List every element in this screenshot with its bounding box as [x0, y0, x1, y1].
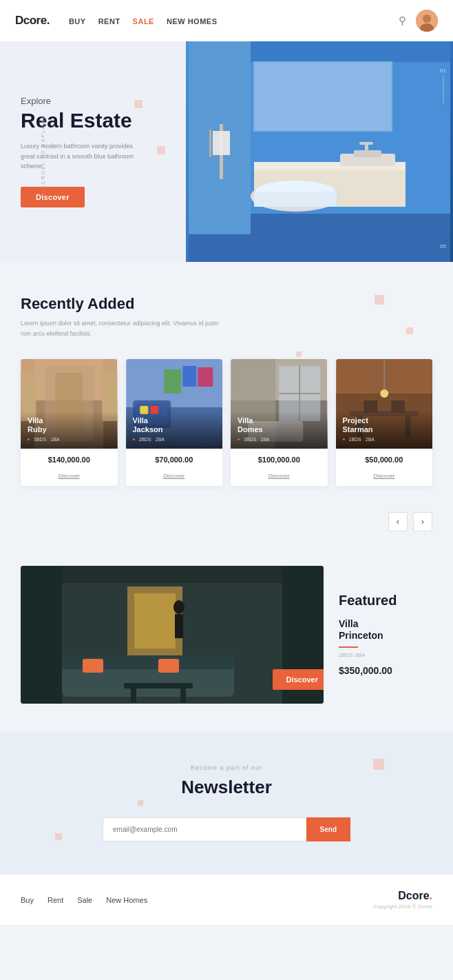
avatar[interactable] — [416, 10, 438, 32]
hero-image: 01 05 — [186, 41, 453, 262]
next-page-button[interactable]: › — [413, 512, 432, 531]
navbar: Dcore. Buy Rent Sale New Homes ⚲ — [0, 0, 453, 41]
decor-nl-3 — [138, 800, 143, 806]
newsletter-send-button[interactable]: Send — [306, 817, 350, 841]
nav-link-rent[interactable]: Rent — [98, 17, 120, 25]
featured-discover-button[interactable]: Discover — [273, 669, 324, 690]
svg-point-1 — [423, 14, 431, 23]
property-cards-row: VillaRuby 3BDS 1BA $140,000.00 Discover — [21, 359, 432, 486]
nav-item-buy[interactable]: Buy — [69, 14, 86, 27]
card-body-domes: $100,000.00 Discover — [231, 449, 328, 486]
card-baths-starman: 2BA — [366, 437, 375, 442]
footer-link-buy[interactable]: Buy — [21, 893, 34, 906]
card-baths-domes: 1BA — [260, 437, 269, 442]
footer-rent-link[interactable]: Rent — [48, 896, 63, 904]
hero-description: Luxury modern bathroom vanity provides g… — [21, 141, 145, 171]
property-card-starman: ProjectStarman 1BDS 2BA $50,000.00 Disco… — [336, 359, 433, 486]
footer-copyright: Copyright 2018 © Dcore — [373, 904, 432, 910]
footer-brand: Dcore. Copyright 2018 © Dcore — [373, 890, 432, 910]
featured-section: Discover Featured VillaPrinceton 2BDS 2B… — [0, 538, 453, 731]
footer-links: Buy Rent Sale New Homes — [21, 893, 147, 906]
svg-text:01: 01 — [440, 68, 446, 74]
card-image-ruby: VillaRuby 3BDS 1BA — [21, 359, 118, 449]
nav-logo[interactable]: Dcore. — [15, 14, 50, 28]
card-image-domes: VillaDomes 3BDS 1BA — [231, 359, 328, 449]
card-overlay-jackson: VillaJackson 2BDS 2BA — [126, 411, 223, 448]
svg-rect-67 — [83, 659, 103, 673]
hero-image-area: 01 05 — [186, 41, 453, 262]
footer-sale-link[interactable]: Sale — [77, 896, 92, 904]
card-meta-dot-j — [133, 438, 135, 440]
card-image-jackson: VillaJackson 2BDS 2BA — [126, 359, 223, 449]
footer-new-homes-link[interactable]: New Homes — [106, 896, 147, 904]
svg-rect-39 — [198, 367, 213, 387]
newsletter-section: Become a part of our Newsletter Send — [0, 731, 453, 875]
featured-price: $350,000.00 — [339, 665, 397, 676]
footer-link-rent[interactable]: Rent — [48, 893, 63, 906]
decor-nl-1 — [373, 759, 384, 770]
svg-rect-14 — [359, 142, 373, 145]
card-discover-domes[interactable]: Discover — [268, 473, 290, 479]
newsletter-email-input[interactable] — [103, 817, 306, 841]
svg-rect-7 — [254, 62, 392, 131]
property-card-jackson: VillaJackson 2BDS 2BA $70,000.00 Discove… — [126, 359, 223, 486]
nav-item-new-homes[interactable]: New Homes — [167, 14, 218, 27]
nav-link-buy[interactable]: Buy — [69, 17, 86, 25]
svg-rect-71 — [180, 688, 186, 702]
featured-image: Discover — [21, 566, 324, 704]
hero-discover-button[interactable]: Discover — [21, 187, 85, 207]
card-baths-jackson: 2BA — [156, 437, 165, 442]
footer: Buy Rent Sale New Homes Dcore. Copyright… — [0, 875, 453, 925]
svg-rect-68 — [158, 659, 179, 673]
nav-links: Buy Rent Sale New Homes — [69, 14, 399, 27]
card-meta-domes: 3BDS 1BA — [238, 437, 321, 442]
card-body-starman: $50,000.00 Discover — [336, 449, 433, 486]
footer-link-new-homes[interactable]: New Homes — [106, 893, 147, 906]
footer-buy-link[interactable]: Buy — [21, 896, 34, 904]
hero-content: SCROLL TO EXPLORE Explore Real Estate Lu… — [0, 41, 186, 262]
decor-sq-2 — [406, 327, 413, 334]
card-discover-jackson[interactable]: Discover — [163, 473, 185, 479]
decor-sq-3 — [296, 351, 302, 357]
svg-point-53 — [380, 389, 388, 398]
card-name-domes: VillaDomes — [238, 416, 321, 434]
featured-info: Featured VillaPrinceton 2BDS 2BA $350,00… — [324, 566, 412, 704]
nav-link-new-homes[interactable]: New Homes — [167, 17, 218, 25]
footer-logo-dot: . — [430, 890, 432, 901]
property-card-ruby: VillaRuby 3BDS 1BA $140,000.00 Discover — [21, 359, 118, 486]
card-overlay-starman: ProjectStarman 1BDS 2BA — [336, 411, 433, 448]
card-meta-dot — [28, 438, 30, 440]
footer-logo: Dcore. — [373, 890, 432, 902]
nav-item-sale[interactable]: Sale — [133, 14, 154, 27]
card-name-starman: ProjectStarman — [343, 416, 426, 434]
svg-rect-62 — [134, 593, 176, 649]
svg-rect-60 — [62, 566, 282, 583]
decor-sq-1 — [375, 295, 384, 305]
svg-rect-69 — [124, 683, 193, 688]
recently-title: Recently Added — [21, 295, 432, 313]
nav-link-sale[interactable]: Sale — [133, 17, 154, 25]
newsletter-form: Send — [103, 817, 350, 841]
card-discover-ruby[interactable]: Discover — [59, 473, 80, 479]
card-meta-jackson: 2BDS 2BA — [133, 437, 216, 442]
nav-item-rent[interactable]: Rent — [98, 14, 120, 27]
svg-rect-70 — [131, 688, 136, 702]
card-image-starman: ProjectStarman 1BDS 2BA — [336, 359, 433, 449]
card-overlay-domes: VillaDomes 3BDS 1BA — [231, 411, 328, 448]
scroll-label: SCROLL TO EXPLORE — [41, 114, 45, 189]
svg-rect-19 — [213, 131, 230, 155]
card-meta-dot-s — [343, 438, 345, 440]
property-card-domes: VillaDomes 3BDS 1BA $100,000.00 Discover — [231, 359, 328, 486]
footer-link-sale[interactable]: Sale — [77, 893, 92, 906]
featured-meta: 2BDS 2BA — [339, 652, 397, 658]
prev-page-button[interactable]: ‹ — [388, 512, 408, 531]
svg-rect-37 — [164, 369, 181, 394]
svg-point-63 — [173, 600, 185, 614]
card-discover-starman[interactable]: Discover — [373, 473, 394, 479]
recently-desc: Lorem ipsum dolor sit amet, consectetur … — [21, 318, 227, 340]
search-icon[interactable]: ⚲ — [399, 14, 406, 27]
svg-rect-20 — [209, 130, 211, 157]
newsletter-pre-label: Become a part of our — [21, 764, 432, 771]
card-price-ruby: $140,000.00 — [28, 456, 111, 464]
decor-nl-2 — [55, 833, 62, 840]
